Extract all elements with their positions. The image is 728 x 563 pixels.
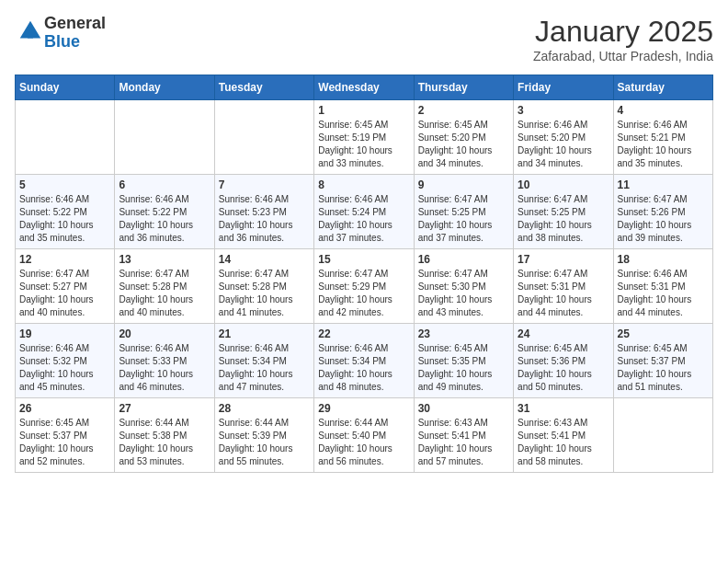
sunset-text: Sunset: 5:40 PM <box>318 430 409 442</box>
day-number: 1 <box>318 104 409 117</box>
sunrise-text: Sunrise: 6:45 AM <box>418 342 509 355</box>
day-info: Sunrise: 6:44 AMSunset: 5:40 PMDaylight:… <box>318 417 409 468</box>
daylight-text: Daylight: 10 hours and 44 minutes. <box>618 293 709 319</box>
sunset-text: Sunset: 5:35 PM <box>418 355 509 368</box>
day-cell: 11Sunrise: 6:47 AMSunset: 5:26 PMDayligh… <box>613 175 712 249</box>
week-row-3: 12Sunrise: 6:47 AMSunset: 5:27 PMDayligh… <box>16 249 713 324</box>
sunset-text: Sunset: 5:39 PM <box>219 430 310 442</box>
daylight-text: Daylight: 10 hours and 36 minutes. <box>219 219 310 245</box>
daylight-text: Daylight: 10 hours and 40 minutes. <box>19 293 110 319</box>
day-info: Sunrise: 6:44 AMSunset: 5:38 PMDaylight:… <box>119 417 210 468</box>
sunrise-text: Sunrise: 6:46 AM <box>618 268 709 281</box>
daylight-text: Daylight: 10 hours and 44 minutes. <box>518 293 609 319</box>
day-number: 2 <box>418 104 509 117</box>
day-cell: 21Sunrise: 6:46 AMSunset: 5:34 PMDayligh… <box>214 324 313 398</box>
week-row-2: 5Sunrise: 6:46 AMSunset: 5:22 PMDaylight… <box>16 175 713 249</box>
day-number: 14 <box>219 253 310 266</box>
day-number: 22 <box>318 327 409 340</box>
day-cell: 27Sunrise: 6:44 AMSunset: 5:38 PMDayligh… <box>115 398 214 473</box>
sunset-text: Sunset: 5:36 PM <box>518 355 609 368</box>
day-info: Sunrise: 6:47 AMSunset: 5:28 PMDaylight:… <box>119 268 210 319</box>
sunset-text: Sunset: 5:31 PM <box>618 281 709 293</box>
day-info: Sunrise: 6:45 AMSunset: 5:20 PMDaylight:… <box>418 119 509 170</box>
logo-icon <box>17 17 44 45</box>
day-info: Sunrise: 6:46 AMSunset: 5:22 PMDaylight:… <box>19 193 110 245</box>
daylight-text: Daylight: 10 hours and 56 minutes. <box>318 442 409 468</box>
day-cell: 25Sunrise: 6:45 AMSunset: 5:37 PMDayligh… <box>613 324 712 398</box>
daylight-text: Daylight: 10 hours and 51 minutes. <box>618 368 709 394</box>
sunrise-text: Sunrise: 6:45 AM <box>318 119 409 132</box>
sunrise-text: Sunrise: 6:45 AM <box>19 417 110 430</box>
sunrise-text: Sunrise: 6:47 AM <box>518 193 609 206</box>
daylight-text: Daylight: 10 hours and 47 minutes. <box>219 368 310 394</box>
day-cell: 13Sunrise: 6:47 AMSunset: 5:28 PMDayligh… <box>115 249 214 324</box>
daylight-text: Daylight: 10 hours and 35 minutes. <box>19 219 110 245</box>
day-number: 21 <box>219 327 310 340</box>
day-info: Sunrise: 6:45 AMSunset: 5:35 PMDaylight:… <box>418 342 509 394</box>
day-number: 27 <box>119 402 210 415</box>
sunset-text: Sunset: 5:20 PM <box>518 132 609 144</box>
day-cell: 8Sunrise: 6:46 AMSunset: 5:24 PMDaylight… <box>314 175 414 249</box>
day-number: 11 <box>618 178 709 191</box>
day-of-week-sunday: Sunday <box>16 75 115 100</box>
sunset-text: Sunset: 5:34 PM <box>219 355 310 368</box>
sunset-text: Sunset: 5:33 PM <box>119 355 210 368</box>
sunrise-text: Sunrise: 6:47 AM <box>618 193 709 206</box>
day-cell: 3Sunrise: 6:46 AMSunset: 5:20 PMDaylight… <box>514 100 613 175</box>
day-of-week-thursday: Thursday <box>414 75 513 100</box>
day-number: 30 <box>418 402 509 415</box>
sunset-text: Sunset: 5:22 PM <box>19 206 110 219</box>
sunrise-text: Sunrise: 6:45 AM <box>518 342 609 355</box>
daylight-text: Daylight: 10 hours and 38 minutes. <box>518 219 609 245</box>
sunrise-text: Sunrise: 6:47 AM <box>318 268 409 281</box>
day-number: 20 <box>119 327 210 340</box>
logo: General Blue <box>15 15 106 52</box>
day-cell: 16Sunrise: 6:47 AMSunset: 5:30 PMDayligh… <box>414 249 513 324</box>
day-cell: 29Sunrise: 6:44 AMSunset: 5:40 PMDayligh… <box>314 398 414 473</box>
sunset-text: Sunset: 5:38 PM <box>119 430 210 442</box>
sunset-text: Sunset: 5:32 PM <box>19 355 110 368</box>
day-of-week-wednesday: Wednesday <box>314 75 414 100</box>
page-header: General Blue January 2025 Zafarabad, Utt… <box>15 15 713 63</box>
sunset-text: Sunset: 5:20 PM <box>418 132 509 144</box>
sunset-text: Sunset: 5:24 PM <box>318 206 409 219</box>
day-number: 5 <box>19 178 110 191</box>
day-cell: 10Sunrise: 6:47 AMSunset: 5:25 PMDayligh… <box>514 175 613 249</box>
daylight-text: Daylight: 10 hours and 52 minutes. <box>19 442 110 468</box>
day-of-week-saturday: Saturday <box>613 75 712 100</box>
day-cell <box>613 398 712 473</box>
sunset-text: Sunset: 5:37 PM <box>19 430 110 442</box>
daylight-text: Daylight: 10 hours and 37 minutes. <box>318 219 409 245</box>
day-cell <box>16 100 115 175</box>
sunset-text: Sunset: 5:23 PM <box>219 206 310 219</box>
daylight-text: Daylight: 10 hours and 55 minutes. <box>219 442 310 468</box>
day-of-week-tuesday: Tuesday <box>214 75 313 100</box>
sunrise-text: Sunrise: 6:47 AM <box>418 193 509 206</box>
day-number: 7 <box>219 178 310 191</box>
day-cell: 20Sunrise: 6:46 AMSunset: 5:33 PMDayligh… <box>115 324 214 398</box>
daylight-text: Daylight: 10 hours and 42 minutes. <box>318 293 409 319</box>
daylight-text: Daylight: 10 hours and 43 minutes. <box>418 293 509 319</box>
sunset-text: Sunset: 5:21 PM <box>618 132 709 144</box>
day-number: 23 <box>418 327 509 340</box>
day-cell: 15Sunrise: 6:47 AMSunset: 5:29 PMDayligh… <box>314 249 414 324</box>
svg-rect-1 <box>28 29 33 38</box>
day-info: Sunrise: 6:47 AMSunset: 5:29 PMDaylight:… <box>318 268 409 319</box>
daylight-text: Daylight: 10 hours and 40 minutes. <box>119 293 210 319</box>
sunrise-text: Sunrise: 6:47 AM <box>418 268 509 281</box>
daylight-text: Daylight: 10 hours and 58 minutes. <box>518 442 609 468</box>
daylight-text: Daylight: 10 hours and 57 minutes. <box>418 442 509 468</box>
sunrise-text: Sunrise: 6:46 AM <box>119 193 210 206</box>
sunrise-text: Sunrise: 6:43 AM <box>518 417 609 430</box>
daylight-text: Daylight: 10 hours and 45 minutes. <box>19 368 110 394</box>
day-info: Sunrise: 6:47 AMSunset: 5:30 PMDaylight:… <box>418 268 509 319</box>
day-info: Sunrise: 6:46 AMSunset: 5:34 PMDaylight:… <box>219 342 310 394</box>
day-cell <box>214 100 313 175</box>
day-number: 16 <box>418 253 509 266</box>
sunset-text: Sunset: 5:31 PM <box>518 281 609 293</box>
sunrise-text: Sunrise: 6:46 AM <box>219 193 310 206</box>
location: Zafarabad, Uttar Pradesh, India <box>533 49 713 63</box>
sunrise-text: Sunrise: 6:47 AM <box>219 268 310 281</box>
day-number: 26 <box>19 402 110 415</box>
day-cell: 4Sunrise: 6:46 AMSunset: 5:21 PMDaylight… <box>613 100 712 175</box>
